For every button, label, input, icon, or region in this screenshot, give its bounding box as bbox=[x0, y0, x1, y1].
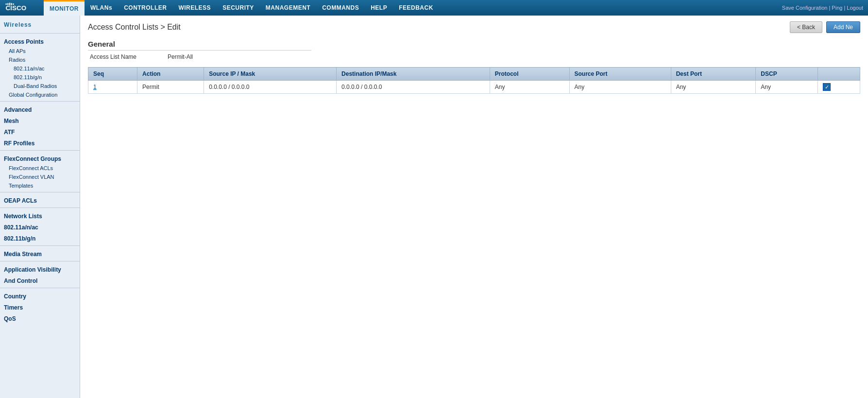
col-actions bbox=[818, 68, 860, 81]
sidebar-divider-7 bbox=[0, 261, 80, 261]
cell-dest-ip: 0.0.0.0 / 0.0.0.0 bbox=[337, 81, 490, 94]
sidebar-item-timers[interactable]: Timers bbox=[0, 301, 80, 312]
nav-security[interactable]: SECURITY bbox=[217, 0, 260, 16]
sidebar-divider-8 bbox=[0, 288, 80, 288]
sidebar-item-dot11a[interactable]: 802.11a/n/ac bbox=[0, 221, 80, 232]
header-buttons: < Back Add Ne bbox=[790, 21, 860, 33]
svg-rect-3 bbox=[9, 3, 10, 6]
sidebar-item-dot11b[interactable]: 802.11b/g/n bbox=[0, 232, 80, 243]
sidebar: Wireless Access Points All APs Radios 80… bbox=[0, 16, 80, 398]
sidebar-divider-5 bbox=[0, 208, 80, 208]
sidebar-divider-3 bbox=[0, 150, 80, 151]
add-new-button[interactable]: Add Ne bbox=[826, 21, 860, 33]
col-source-ip: Source IP / Mask bbox=[204, 68, 337, 81]
sidebar-item-network-lists[interactable]: Network Lists bbox=[0, 210, 80, 221]
col-source-port: Source Port bbox=[569, 68, 671, 81]
cisco-logo: CISCO bbox=[5, 1, 34, 15]
svg-rect-2 bbox=[7, 3, 8, 5]
main-layout: Wireless Access Points All APs Radios 80… bbox=[0, 16, 868, 398]
nav-management[interactable]: MANAGEMENT bbox=[260, 0, 316, 16]
access-list-name-label: Access List Name bbox=[90, 53, 168, 60]
breadcrumb: Access Control Lists > Edit bbox=[88, 23, 181, 32]
nav-monitor[interactable]: MONITOR bbox=[44, 0, 85, 16]
sidebar-item-atf[interactable]: ATF bbox=[0, 126, 80, 137]
col-action: Action bbox=[137, 68, 204, 81]
sidebar-item-app-visibility[interactable]: Application Visibility bbox=[0, 263, 80, 275]
sidebar-item-rf-profiles[interactable]: RF Profiles bbox=[0, 137, 80, 148]
sidebar-item-flexconnect-acls[interactable]: FlexConnect ACLs bbox=[0, 164, 80, 173]
cell-protocol: Any bbox=[490, 81, 569, 94]
sidebar-item-access-points[interactable]: Access Points bbox=[0, 35, 80, 47]
acl-table: Seq Action Source IP / Mask Destination … bbox=[88, 67, 860, 94]
sidebar-item-80211anac[interactable]: 802.11a/n/ac bbox=[0, 64, 80, 73]
col-dscp: DSCP bbox=[756, 68, 818, 81]
cell-source-ip: 0.0.0.0 / 0.0.0.0 bbox=[204, 81, 337, 94]
nav-controller[interactable]: CONTROLLER bbox=[118, 0, 172, 16]
sidebar-item-80211bgn[interactable]: 802.11b/g/n bbox=[0, 73, 80, 82]
nav-feedback[interactable]: FEEDBACK bbox=[393, 0, 439, 16]
col-dest-ip: Destination IP/Mask bbox=[337, 68, 490, 81]
row-checkbox[interactable]: ✓ bbox=[823, 83, 831, 91]
cell-source-port: Any bbox=[569, 81, 671, 94]
nav-wireless[interactable]: WIRELESS bbox=[172, 0, 217, 16]
nav-right-actions: Save Configuration | Ping | Logout bbox=[782, 5, 868, 11]
svg-rect-5 bbox=[13, 3, 14, 5]
top-navigation: CISCO MONITOR WLANs CONTROLLER WIRELESS … bbox=[0, 0, 868, 16]
col-seq: Seq bbox=[88, 68, 137, 81]
nav-help[interactable]: HELP bbox=[365, 0, 393, 16]
svg-rect-1 bbox=[6, 3, 7, 5]
sidebar-item-radios[interactable]: Radios bbox=[0, 55, 80, 64]
sidebar-item-templates[interactable]: Templates bbox=[0, 181, 80, 190]
col-protocol: Protocol bbox=[490, 68, 569, 81]
general-section-title: General bbox=[88, 40, 311, 51]
sidebar-item-and-control[interactable]: And Control bbox=[0, 275, 80, 286]
sidebar-item-qos[interactable]: QoS bbox=[0, 312, 80, 324]
main-content: Access Control Lists > Edit < Back Add N… bbox=[80, 16, 868, 398]
content-header: Access Control Lists > Edit < Back Add N… bbox=[88, 21, 860, 33]
access-list-name-row: Access List Name Permit-All bbox=[90, 53, 860, 60]
sidebar-item-all-aps[interactable]: All APs bbox=[0, 47, 80, 55]
sidebar-item-mesh[interactable]: Mesh bbox=[0, 115, 80, 126]
sidebar-wireless-title: Wireless bbox=[0, 19, 80, 31]
access-list-name-value: Permit-All bbox=[168, 53, 193, 60]
svg-rect-4 bbox=[11, 3, 12, 5]
back-button[interactable]: < Back bbox=[790, 21, 822, 33]
sidebar-item-dualband[interactable]: Dual-Band Radios bbox=[0, 82, 80, 90]
nav-commands[interactable]: COMMANDS bbox=[316, 0, 365, 16]
cell-dscp: Any bbox=[756, 81, 818, 94]
sidebar-item-oeap-acls[interactable]: OEAP ACLs bbox=[0, 194, 80, 206]
sidebar-item-global-config[interactable]: Global Configuration bbox=[0, 90, 80, 99]
sidebar-divider-4 bbox=[0, 192, 80, 192]
seq-link[interactable]: 1 bbox=[93, 84, 97, 90]
sidebar-item-flexconnect-vlan[interactable]: FlexConnect VLAN bbox=[0, 173, 80, 181]
sidebar-item-flexconnect-groups[interactable]: FlexConnect Groups bbox=[0, 153, 80, 164]
col-dest-port: Dest Port bbox=[671, 68, 756, 81]
svg-text:CISCO: CISCO bbox=[6, 4, 27, 12]
cell-action: Permit bbox=[137, 81, 204, 94]
cell-checkbox[interactable]: ✓ bbox=[818, 81, 860, 94]
cell-seq[interactable]: 1 bbox=[88, 81, 137, 94]
sidebar-item-advanced[interactable]: Advanced bbox=[0, 104, 80, 115]
sidebar-divider-6 bbox=[0, 245, 80, 246]
nav-wlans[interactable]: WLANs bbox=[85, 0, 118, 16]
sidebar-item-media-stream[interactable]: Media Stream bbox=[0, 248, 80, 259]
cell-dest-port: Any bbox=[671, 81, 756, 94]
table-row: 1Permit0.0.0.0 / 0.0.0.00.0.0.0 / 0.0.0.… bbox=[88, 81, 860, 94]
sidebar-item-country[interactable]: Country bbox=[0, 290, 80, 301]
sidebar-divider-1 bbox=[0, 33, 80, 34]
sidebar-divider-2 bbox=[0, 101, 80, 102]
nav-links: MONITOR WLANs CONTROLLER WIRELESS SECURI… bbox=[44, 0, 782, 16]
